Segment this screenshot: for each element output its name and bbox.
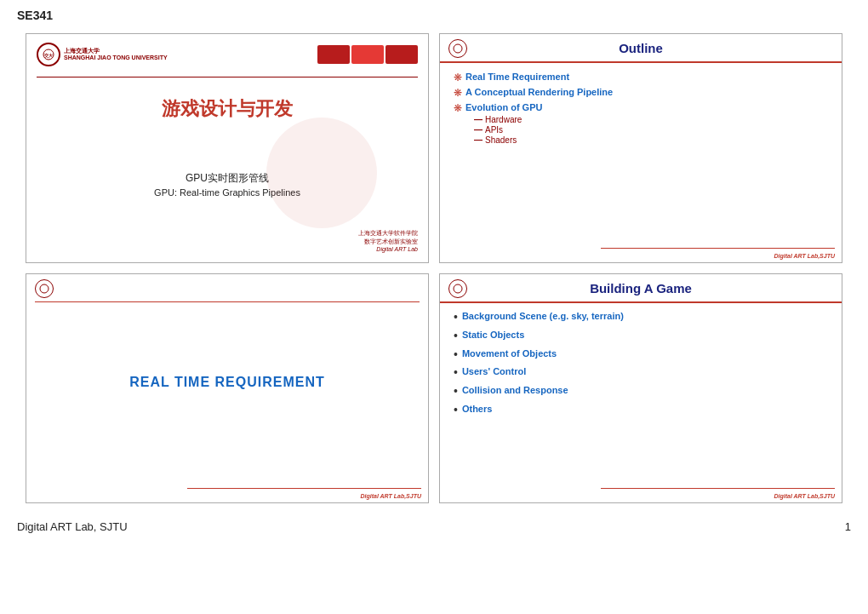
header-img-3 — [385, 45, 418, 64]
slide-4-title: Building A Game — [590, 281, 692, 296]
svg-point-4 — [454, 284, 462, 293]
slide-3-footer: Digital ART Lab,SJTU — [360, 493, 421, 499]
watermark — [266, 118, 377, 228]
slide-4-header: Building A Game — [440, 274, 842, 303]
slide-4-footer: Digital ART Lab,SJTU — [774, 493, 835, 499]
page-title: SE341 — [0, 0, 868, 26]
svg-text:交大: 交大 — [44, 53, 54, 58]
slide-2-title: Outline — [619, 41, 663, 55]
outline-text-2: A Conceptual Rendering Pipeline — [465, 87, 613, 97]
building-item-6: • Others — [454, 403, 828, 417]
building-text-1: Background Scene (e.g. sky, terrain) — [462, 310, 624, 322]
building-bullet-1: • — [454, 310, 458, 324]
building-item-1: • Background Scene (e.g. sky, terrain) — [454, 310, 828, 324]
sub-item-apis: — APIs — [474, 125, 828, 135]
slide-2: Outline ❋ Real Time Requirement ❋ A Conc… — [439, 33, 842, 263]
building-bullet-6: • — [454, 403, 458, 417]
building-item-3: • Movement of Objects — [454, 347, 828, 362]
slide-2-header: Outline — [440, 34, 842, 63]
sub-item-shaders: — Shaders — [474, 135, 828, 145]
slide-2-logo — [448, 39, 467, 58]
slide-4-footer-line — [601, 488, 835, 489]
slide-4-logo — [448, 279, 467, 298]
outline-item-1: ❋ Real Time Requirement — [454, 72, 828, 83]
slide-1-title-cn: 游戏设计与开发 — [37, 96, 418, 122]
building-item-2: • Static Objects — [454, 329, 828, 343]
slide-3-content: REAL TIME REQUIREMENT — [26, 306, 428, 459]
slide-3-divider — [35, 301, 420, 302]
real-time-heading: REAL TIME REQUIREMENT — [129, 375, 325, 390]
slides-container: 交大 上海交通大学SHANGHAI JIAO TONG UNIVERSITY 游… — [0, 26, 868, 510]
slide-3-logo — [35, 279, 54, 298]
building-text-2: Static Objects — [462, 329, 524, 341]
title-text: SE341 — [17, 9, 53, 22]
outline-sub-items: — Hardware — APIs — Shaders — [454, 115, 828, 145]
slide-2-footer: Digital ART Lab,SJTU — [774, 253, 835, 259]
logo-text: 上海交通大学SHANGHAI JIAO TONG UNIVERSITY — [64, 48, 168, 62]
slide-1: 交大 上海交通大学SHANGHAI JIAO TONG UNIVERSITY 游… — [26, 33, 429, 263]
slide-1-footer: 上海交通大学软件学院 数字艺术创新实验室 Digital ART Lab — [37, 226, 418, 254]
svg-point-3 — [40, 284, 49, 293]
outline-text-3: Evolution of GPU — [465, 102, 542, 112]
svg-point-2 — [454, 44, 462, 53]
building-item-4: • Users' Control — [454, 365, 828, 380]
slide-3-footer-line — [187, 488, 421, 489]
outline-item-3: ❋ Evolution of GPU — Hardware — APIs — S… — [454, 102, 828, 145]
slide-3-header — [26, 274, 428, 298]
slide-3: REAL TIME REQUIREMENT Digital ART Lab,SJ… — [26, 273, 429, 503]
bullet-2: ❋ — [454, 87, 462, 99]
page-number: 1 — [845, 520, 851, 533]
footer-left: Digital ART Lab, SJTU — [17, 520, 128, 533]
outline-text-1: Real Time Requirement — [465, 72, 569, 82]
header-images — [317, 45, 418, 64]
building-text-3: Movement of Objects — [462, 347, 557, 359]
building-content: • Background Scene (e.g. sky, terrain) •… — [440, 303, 842, 428]
slide-2-footer-line — [601, 248, 835, 249]
logo-circle: 交大 — [37, 43, 60, 66]
building-bullet-5: • — [454, 384, 458, 399]
building-item-5: • Collision and Response — [454, 384, 828, 399]
header-img-2 — [351, 45, 384, 64]
bullet-3: ❋ — [454, 102, 462, 114]
slide-2-content: ❋ Real Time Requirement ❋ A Conceptual R… — [440, 63, 842, 157]
sjtu-logo: 交大 上海交通大学SHANGHAI JIAO TONG UNIVERSITY — [37, 43, 168, 66]
building-bullet-3: • — [454, 347, 458, 362]
building-text-5: Collision and Response — [462, 384, 568, 396]
building-text-4: Users' Control — [462, 365, 526, 377]
sub-item-hardware: — Hardware — [474, 115, 828, 124]
page-footer: Digital ART Lab, SJTU 1 — [0, 514, 868, 540]
bullet-1: ❋ — [454, 72, 462, 83]
header-img-1 — [317, 45, 350, 64]
building-bullet-2: • — [454, 329, 458, 343]
outline-item-2: ❋ A Conceptual Rendering Pipeline — [454, 87, 828, 99]
building-bullet-4: • — [454, 365, 458, 380]
slide-4: Building A Game • Background Scene (e.g.… — [439, 273, 842, 503]
slide-1-divider — [37, 77, 418, 77]
slide-1-header: 交大 上海交通大学SHANGHAI JIAO TONG UNIVERSITY — [37, 43, 418, 66]
building-text-6: Others — [462, 403, 492, 415]
